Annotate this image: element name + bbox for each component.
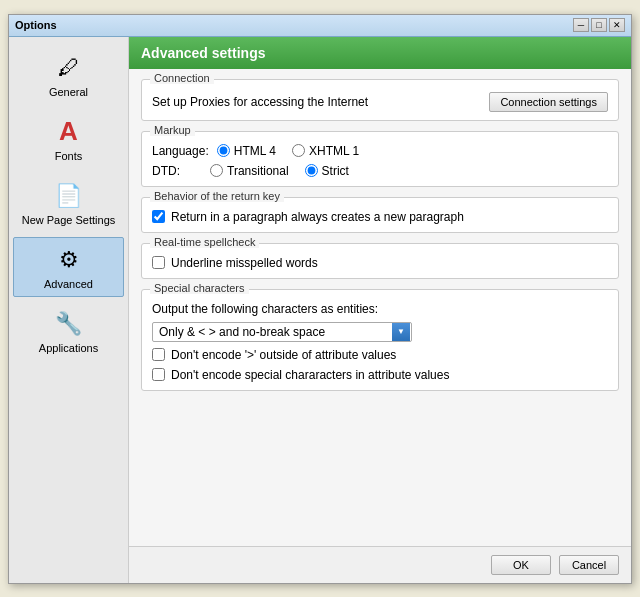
dtd-row: DTD: Transitional Strict [152,164,608,178]
sidebar-item-general[interactable]: 🖊 General [13,45,124,105]
output-label: Output the following characters as entit… [152,302,378,316]
encode-special-checkbox[interactable] [152,368,165,381]
underline-misspelled-checkbox[interactable] [152,256,165,269]
encode-gt-option[interactable]: Don't encode '>' outside of attribute va… [152,348,396,362]
page-title: Advanced settings [141,45,265,61]
minimize-button[interactable]: ─ [573,18,589,32]
underline-misspelled-option[interactable]: Underline misspelled words [152,256,608,270]
entities-select-wrapper: Only & < > and no-break space All entiti… [152,322,412,342]
xhtml1-radio[interactable] [292,144,305,157]
sidebar-item-fonts[interactable]: A Fonts [13,109,124,169]
window-body: 🖊 General A Fonts 📄 New Page Settings ⚙ … [9,37,631,583]
sidebar-label-general: General [49,86,88,98]
advanced-icon: ⚙ [53,244,85,276]
html4-label: HTML 4 [234,144,276,158]
titlebar: Options ─ □ ✕ [9,15,631,37]
cancel-button[interactable]: Cancel [559,555,619,575]
general-icon: 🖊 [53,52,85,84]
markup-title: Markup [150,124,195,136]
entities-select[interactable]: Only & < > and no-break space All entiti… [152,322,412,342]
return-key-checkbox[interactable] [152,210,165,223]
options-window: Options ─ □ ✕ 🖊 General A Fonts 📄 New Pa… [8,14,632,584]
connection-section: Connection Set up Proxies for accessing … [141,79,619,121]
transitional-label: Transitional [227,164,289,178]
dtd-label: DTD: [152,164,202,178]
ok-button[interactable]: OK [491,555,551,575]
fonts-icon: A [53,116,85,148]
html4-option[interactable]: HTML 4 [217,144,276,158]
spellcheck-title: Real-time spellcheck [150,236,259,248]
sidebar-label-advanced: Advanced [44,278,93,290]
sidebar-label-fonts: Fonts [55,150,83,162]
transitional-radio[interactable] [210,164,223,177]
sidebar-item-new-page-settings[interactable]: 📄 New Page Settings [13,173,124,233]
sidebar-label-new-page: New Page Settings [22,214,116,226]
encode-special-row: Don't encode special chararacters in att… [152,368,608,382]
dtd-radio-group: Transitional Strict [210,164,349,178]
encode-gt-label: Don't encode '>' outside of attribute va… [171,348,396,362]
sidebar-item-advanced[interactable]: ⚙ Advanced [13,237,124,297]
strict-radio[interactable] [305,164,318,177]
applications-icon: 🔧 [53,308,85,340]
encode-special-label: Don't encode special chararacters in att… [171,368,449,382]
return-key-label: Return in a paragraph always creates a n… [171,210,464,224]
sidebar-item-applications[interactable]: 🔧 Applications [13,301,124,361]
new-page-icon: 📄 [53,180,85,212]
content-header: Advanced settings [129,37,631,69]
strict-option[interactable]: Strict [305,164,349,178]
titlebar-controls: ─ □ ✕ [573,18,625,32]
select-row: Only & < > and no-break space All entiti… [152,322,608,342]
connection-row: Set up Proxies for accessing the Interne… [152,92,608,112]
language-row: Language: HTML 4 XHTML 1 [152,144,608,158]
footer: OK Cancel [129,546,631,583]
connection-settings-button[interactable]: Connection settings [489,92,608,112]
markup-section: Markup Language: HTML 4 [141,131,619,187]
maximize-button[interactable]: □ [591,18,607,32]
content-panel: Advanced settings Connection Set up Prox… [129,37,631,583]
encode-special-option[interactable]: Don't encode special chararacters in att… [152,368,449,382]
xhtml1-option[interactable]: XHTML 1 [292,144,359,158]
language-label: Language: [152,144,209,158]
spellcheck-section: Real-time spellcheck Underline misspelle… [141,243,619,279]
underline-misspelled-label: Underline misspelled words [171,256,318,270]
behavior-section: Behavior of the return key Return in a p… [141,197,619,233]
proxy-text: Set up Proxies for accessing the Interne… [152,95,481,109]
sidebar: 🖊 General A Fonts 📄 New Page Settings ⚙ … [9,37,129,583]
encode-gt-checkbox[interactable] [152,348,165,361]
special-chars-title: Special characters [150,282,249,294]
connection-title: Connection [150,72,214,84]
behavior-body: Return in a paragraph always creates a n… [142,198,618,232]
special-chars-body: Output the following characters as entit… [142,290,618,390]
html4-radio[interactable] [217,144,230,157]
window-title: Options [15,19,57,31]
language-radio-group: HTML 4 XHTML 1 [217,144,359,158]
return-key-option[interactable]: Return in a paragraph always creates a n… [152,210,608,224]
encode-gt-row: Don't encode '>' outside of attribute va… [152,348,608,362]
content-body: Connection Set up Proxies for accessing … [129,69,631,546]
markup-body: Language: HTML 4 XHTML 1 [142,132,618,186]
transitional-option[interactable]: Transitional [210,164,289,178]
close-button[interactable]: ✕ [609,18,625,32]
connection-body: Set up Proxies for accessing the Interne… [142,80,618,120]
spellcheck-body: Underline misspelled words [142,244,618,278]
strict-label: Strict [322,164,349,178]
xhtml1-label: XHTML 1 [309,144,359,158]
output-label-row: Output the following characters as entit… [152,302,608,316]
behavior-title: Behavior of the return key [150,190,284,202]
special-chars-section: Special characters Output the following … [141,289,619,391]
sidebar-label-applications: Applications [39,342,98,354]
